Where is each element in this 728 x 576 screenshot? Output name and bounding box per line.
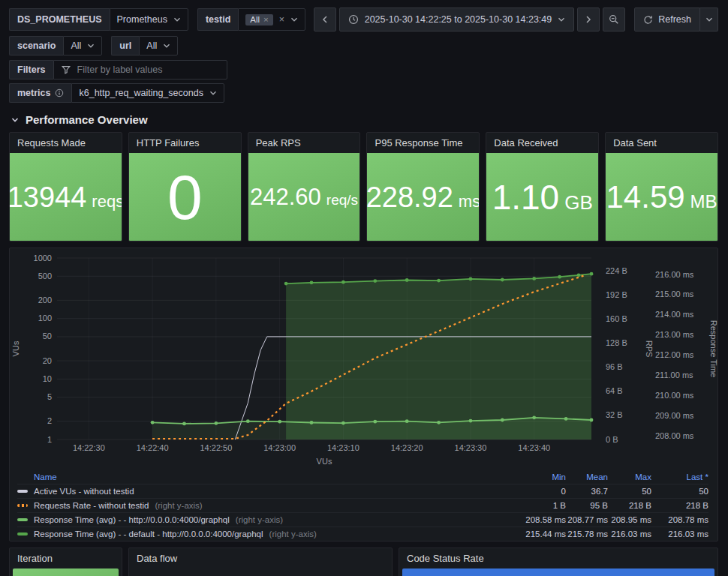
series-name: Active VUs - without testid [34, 487, 134, 496]
metrics-value: k6_http_req_waiting_seconds [79, 88, 203, 98]
chip-remove-icon[interactable]: × [263, 15, 269, 24]
metrics-select[interactable]: k6_http_req_waiting_seconds [71, 83, 224, 103]
toolbar-row-2: scenario All url All [9, 36, 718, 56]
refresh-icon [643, 15, 653, 25]
chevron-left-icon [321, 15, 329, 24]
chevron-right-icon [585, 15, 592, 24]
chevron-down-icon [163, 42, 170, 50]
legend-value-min: 208.58 ms [513, 515, 566, 524]
series-axis-note: (right y-axis) [236, 515, 283, 524]
svg-text:96 B: 96 B [606, 362, 623, 371]
chevron-down-icon [87, 42, 95, 50]
url-value: All [146, 40, 157, 51]
legend-series-toggle[interactable]: Response Time (avg) - - default - http:/… [17, 530, 513, 538]
legend-header-mean[interactable]: Mean [566, 472, 608, 482]
legend-value-mean: 95 B [566, 501, 608, 510]
svg-text:100: 100 [38, 314, 52, 322]
datasource-select[interactable]: Prometheus [110, 8, 188, 31]
stat-panel-p95-response-time: P95 Response Time228.92ms [366, 132, 480, 242]
legend-row-response-time-avg-default-http-0-0-0-0-4: Response Time (avg) - - default - http:/… [17, 526, 708, 541]
legend-series-toggle[interactable]: Requests Rate - without testid(right y-a… [17, 501, 513, 510]
svg-text:211.00 ms: 211.00 ms [655, 370, 693, 380]
svg-text:RPS: RPS [645, 340, 654, 358]
chevron-down-icon [173, 16, 181, 23]
legend-series-toggle[interactable]: Response Time (avg) - - http://0.0.0.0:4… [17, 515, 513, 524]
chart-legend: NameMinMeanMaxLast *Active VUs - without… [10, 469, 717, 541]
testid-chip[interactable]: All × [245, 14, 273, 26]
svg-text:14:22:40: 14:22:40 [137, 443, 169, 452]
chevron-down-icon [705, 16, 713, 23]
panel-title: Data flow [129, 548, 392, 568]
metrics-label: metrics [9, 83, 71, 103]
time-shift-back-button[interactable] [314, 8, 336, 32]
url-label: url [111, 36, 139, 56]
legend-series-toggle[interactable]: Active VUs - without testid [17, 487, 513, 496]
legend-value-max: 208.95 ms [608, 515, 651, 524]
time-shift-forward-button[interactable] [577, 8, 600, 32]
legend-marker-spacer [17, 476, 28, 478]
svg-text:5: 5 [47, 392, 52, 401]
testid-picker: testid All × × [197, 8, 305, 31]
zoom-out-button[interactable] [603, 8, 625, 32]
series-name: Requests Rate - without testid [34, 501, 149, 510]
series-color-marker [17, 518, 28, 521]
legend-value-mean: 36.7 [566, 487, 608, 496]
legend-header-last[interactable]: Last * [651, 472, 708, 482]
svg-text:210.00 ms: 210.00 ms [655, 391, 694, 400]
svg-text:216.00 ms: 216.00 ms [655, 270, 694, 279]
stat-value-area: 1.10GB [486, 153, 598, 241]
svg-text:1: 1 [47, 435, 52, 444]
svg-text:Response Time: Response Time [709, 320, 717, 377]
scenario-select[interactable]: All [63, 36, 102, 56]
time-controls: 2025-10-30 14:22:25 to 2025-10-30 14:23:… [314, 8, 718, 32]
legend-value-last: 218 B [651, 501, 708, 510]
zoom-out-icon [609, 14, 619, 25]
chip-label: All [250, 15, 260, 24]
stat-value: 13944 [9, 183, 86, 212]
chevron-down-icon [209, 89, 217, 97]
info-circle-icon[interactable] [55, 88, 64, 98]
filter-input[interactable] [77, 64, 220, 75]
svg-text:14:23:40: 14:23:40 [518, 443, 550, 452]
legend-header-max[interactable]: Max [608, 472, 651, 482]
legend-header-row: NameMinMeanMaxLast * [17, 470, 708, 484]
svg-text:VUs: VUs [11, 340, 20, 356]
bottom-panel-iteration: Iteration [9, 548, 122, 576]
refresh-interval-dropdown[interactable] [700, 8, 718, 32]
legend-value-min: 1 B [513, 501, 566, 510]
bottom-panel-row: IterationData flowCode Status Rate [9, 548, 718, 576]
svg-text:208.00 ms: 208.00 ms [655, 431, 694, 440]
legend-header-name[interactable]: Name [34, 472, 57, 482]
timeseries-panel: 125102050100200500100014:22:3014:22:4014… [9, 248, 718, 542]
section-performance-overview[interactable]: Performance Overview [11, 113, 718, 126]
metrics-label-text: metrics [17, 88, 50, 98]
testid-select[interactable]: All × × [238, 8, 305, 31]
stat-value-area: 242.60req/s [248, 153, 360, 241]
refresh-button-group: Refresh [634, 8, 718, 32]
time-range-picker[interactable]: 2025-10-30 14:22:25 to 2025-10-30 14:23:… [339, 8, 575, 32]
svg-text:200: 200 [38, 296, 52, 304]
legend-value-last: 216.03 ms [651, 530, 708, 538]
stat-panel-http-failures: HTTP Failures0 [128, 132, 242, 242]
clear-selection-icon[interactable]: × [279, 14, 284, 25]
svg-text:14:23:00: 14:23:00 [263, 443, 296, 452]
svg-text:64 B: 64 B [606, 386, 623, 395]
svg-text:14:22:50: 14:22:50 [200, 443, 232, 452]
svg-text:500: 500 [38, 272, 52, 280]
url-select[interactable]: All [139, 36, 178, 56]
legend-value-min: 215.44 ms [513, 530, 566, 538]
series-name: Response Time (avg) - - default - http:/… [34, 530, 263, 538]
legend-row-requests-rate-without-testid: Requests Rate - without testid(right y-a… [17, 498, 708, 512]
toolbar-row-3: Filters [9, 60, 718, 80]
performance-chart[interactable]: 125102050100200500100014:22:3014:22:4014… [10, 248, 717, 469]
panel-title: Data Sent [606, 133, 717, 153]
stat-value-area: 228.92ms [367, 153, 479, 241]
legend-header-min[interactable]: Min [513, 472, 566, 482]
filters-group: Filters [9, 60, 227, 80]
svg-text:128 B: 128 B [606, 338, 627, 347]
legend-value-min: 0 [513, 487, 566, 496]
svg-text:224 B: 224 B [606, 266, 627, 275]
legend-row-response-time-avg-http-0-0-0-0-4000-grap: Response Time (avg) - - http://0.0.0.0:4… [17, 512, 708, 526]
refresh-button[interactable]: Refresh [634, 8, 700, 32]
stat-unit: ms [459, 194, 480, 210]
